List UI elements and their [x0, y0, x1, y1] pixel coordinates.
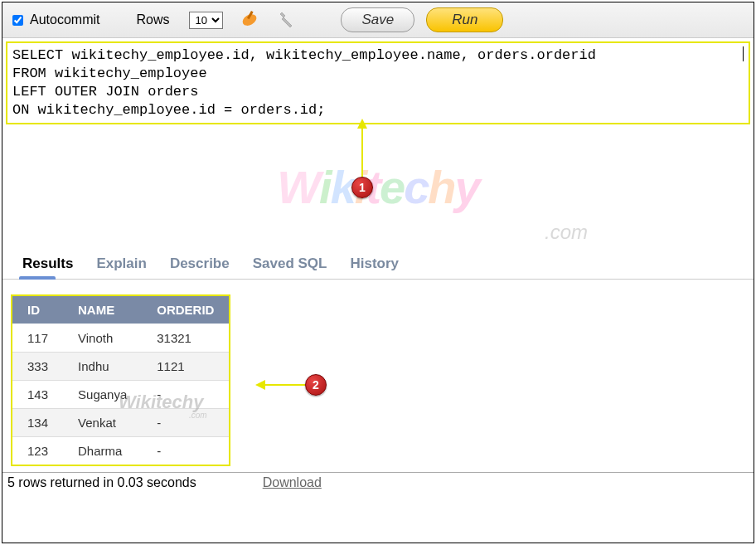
- autocommit-checkbox[interactable]: [12, 15, 23, 26]
- table-row: 333 Indhu 1121: [12, 353, 229, 381]
- toolbar: Autocommit Rows 10 Save Run: [2, 2, 754, 38]
- rows-select[interactable]: 10: [189, 12, 223, 29]
- run-button[interactable]: Run: [426, 7, 503, 32]
- wrench-icon[interactable]: [276, 10, 296, 30]
- result-table: ID NAME ORDERID 117 Vinoth 31321 333 Ind…: [12, 296, 229, 465]
- rows-returned-text: 5 rows returned in 0.03 seconds: [7, 475, 196, 490]
- status-bar: 5 rows returned in 0.03 seconds Download: [2, 472, 754, 493]
- col-id: ID: [12, 296, 63, 324]
- col-orderid: ORDERID: [142, 296, 229, 324]
- autocommit-checkbox-wrap[interactable]: Autocommit: [12, 12, 99, 27]
- autocommit-label: Autocommit: [30, 12, 99, 27]
- tab-explain[interactable]: Explain: [85, 249, 158, 279]
- tab-bar: Results Explain Describe Saved SQL Histo…: [2, 249, 754, 280]
- results-panel: ID NAME ORDERID 117 Vinoth 31321 333 Ind…: [2, 280, 754, 472]
- watermark-main: Wikitechy: [277, 160, 478, 214]
- download-link[interactable]: Download: [263, 475, 322, 490]
- result-table-wrap: ID NAME ORDERID 117 Vinoth 31321 333 Ind…: [11, 294, 230, 466]
- col-name: NAME: [63, 296, 142, 324]
- table-row: 117 Vinoth 31321: [12, 324, 229, 353]
- tab-results[interactable]: Results: [11, 249, 85, 279]
- table-row: 143 Suganya -: [12, 381, 229, 409]
- sql-text: SELECT wikitechy_employee.id, wikitechy_…: [12, 46, 743, 119]
- watermark-small-sub: .com: [189, 411, 207, 420]
- rows-label: Rows: [136, 12, 169, 27]
- table-row: 123 Dharma -: [12, 437, 229, 465]
- tab-saved-sql[interactable]: Saved SQL: [241, 249, 339, 279]
- sql-editor[interactable]: SELECT wikitechy_employee.id, wikitechy_…: [6, 41, 750, 124]
- tab-history[interactable]: History: [338, 249, 410, 279]
- tab-describe[interactable]: Describe: [158, 249, 241, 279]
- save-button[interactable]: Save: [341, 7, 414, 32]
- watermark-sub: .com: [545, 221, 588, 244]
- watermark-area: Wikitechy .com: [2, 124, 754, 249]
- clear-icon[interactable]: [240, 10, 259, 30]
